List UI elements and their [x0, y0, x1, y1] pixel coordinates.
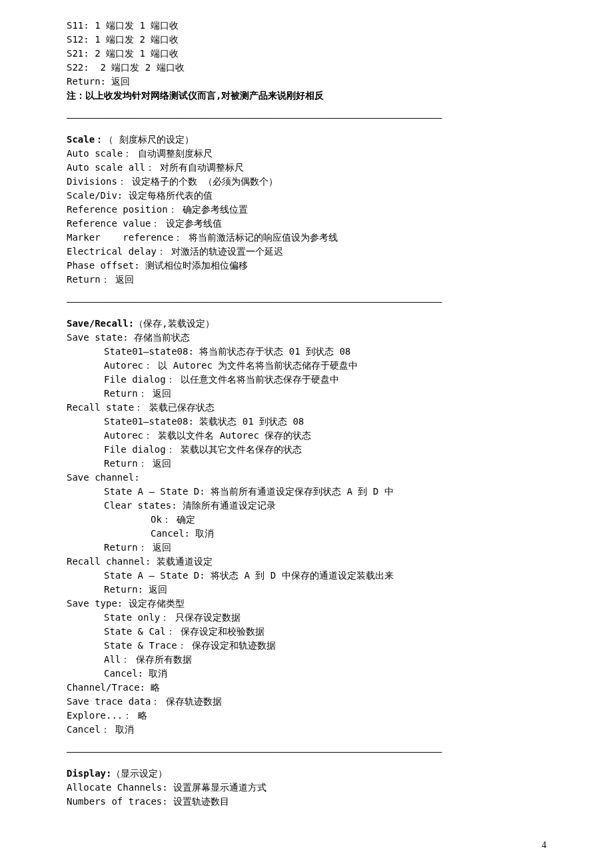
s11-line: S11: 1 端口发 1 端口收	[67, 19, 546, 33]
save-type-all: All： 保存所有数据	[67, 653, 546, 667]
recall-channel: Recall channel: 装载通道设定	[67, 555, 546, 569]
scale-title-desc: （ 刻度标尺的设定）	[104, 134, 193, 145]
save-type-state-cal: State & Cal： 保存设定和校验数据	[67, 625, 546, 639]
reference-value: Reference value： 设定参考线值	[67, 217, 546, 231]
save-state: Save state: 存储当前状态	[67, 331, 546, 345]
explore: Explore...： 略	[67, 709, 546, 723]
scale-title: Scale：	[67, 134, 104, 145]
scale-return: Return： 返回	[67, 273, 546, 287]
save-channel-stateAD: State A – State D: 将当前所有通道设定保存到状态 A 到 D …	[67, 485, 546, 499]
divider: ————————————————————————————————————————…	[67, 111, 546, 125]
save-recall-cancel: Cancel： 取消	[67, 723, 546, 737]
save-type-cancel: Cancel: 取消	[67, 667, 546, 681]
save-type-state-only: State only： 只保存设定数据	[67, 611, 546, 625]
divider: ————————————————————————————————————————…	[67, 295, 546, 309]
display-title: Display:	[67, 768, 111, 779]
save-recall-title-desc: （保存,装载设定）	[134, 318, 214, 329]
scale-div: Scale/Div: 设定每格所代表的值	[67, 189, 546, 203]
recall-channel-return: Return: 返回	[67, 583, 546, 597]
document-page: S11: 1 端口发 1 端口收 S12: 1 端口发 2 端口收 S21: 2…	[0, 0, 613, 868]
save-return: Return： 返回	[67, 387, 546, 401]
channel-trace: Channel/Trace: 略	[67, 681, 546, 695]
return-line: Return: 返回	[67, 75, 546, 89]
auto-scale-all: Auto scale all： 对所有自动调整标尺	[67, 161, 546, 175]
save-autorec: Autorec： 以 Autorec 为文件名将当前状态储存于硬盘中	[67, 359, 546, 373]
reference-position: Reference position： 确定参考线位置	[67, 203, 546, 217]
electrical-delay: Electrical delay： 对激活的轨迹设置一个延迟	[67, 245, 546, 259]
save-channel-return: Return： 返回	[67, 541, 546, 555]
save-state01: State01—state08: 将当前状态存于状态 01 到状态 08	[67, 345, 546, 359]
s22-line: S22: 2 端口发 2 端口收	[67, 61, 546, 75]
display-title-desc: （显示设定）	[111, 768, 167, 779]
phase-offset: Phase offset: 测试相位时添加相位偏移	[67, 259, 546, 273]
save-trace-data: Save trace data： 保存轨迹数据	[67, 695, 546, 709]
s12-line: S12: 1 端口发 2 端口收	[67, 33, 546, 47]
save-recall-heading: Save/Recall:（保存,装载设定）	[67, 317, 546, 331]
marker-reference: Marker reference： 将当前激活标记的响应值设为参考线	[67, 231, 546, 245]
recall-state: Recall state： 装载已保存状态	[67, 401, 546, 415]
recall-return: Return： 返回	[67, 457, 546, 471]
save-recall-title: Save/Recall:	[67, 318, 134, 329]
display-heading: Display:（显示设定）	[67, 767, 546, 781]
recall-channel-stateAD: State A – State D: 将状态 A 到 D 中保存的通道设定装载出…	[67, 569, 546, 583]
auto-scale: Auto scale： 自动调整刻度标尺	[67, 147, 546, 161]
save-channel-cancel: Cancel: 取消	[67, 527, 546, 541]
s21-line: S21: 2 端口发 1 端口收	[67, 47, 546, 61]
note-line: 注：以上收发均针对网络测试仪而言,对被测产品来说刚好相反	[67, 89, 546, 103]
divisions: Divisions： 设定格子的个数 （必须为偶数个）	[67, 175, 546, 189]
numbers-of-traces: Numbers of traces: 设置轨迹数目	[67, 795, 546, 809]
save-channel-ok: Ok： 确定	[67, 513, 546, 527]
save-type-state-trace: State & Trace： 保存设定和轨迹数据	[67, 639, 546, 653]
save-type: Save type: 设定存储类型	[67, 597, 546, 611]
page-number: 4	[542, 838, 546, 852]
recall-file-dialog: File dialog： 装载以其它文件名保存的状态	[67, 443, 546, 457]
divider: ————————————————————————————————————————…	[67, 745, 546, 759]
save-channel-clear: Clear states: 清除所有通道设定记录	[67, 499, 546, 513]
recall-state01: State01—state08: 装载状态 01 到状态 08	[67, 415, 546, 429]
recall-autorec: Autorec： 装载以文件名 Autorec 保存的状态	[67, 429, 546, 443]
save-channel: Save channel:	[67, 471, 546, 485]
scale-heading: Scale：（ 刻度标尺的设定）	[67, 133, 546, 147]
save-file-dialog: File dialog： 以任意文件名将当前状态保存于硬盘中	[67, 373, 546, 387]
allocate-channels: Allocate Channels: 设置屏幕显示通道方式	[67, 781, 546, 795]
